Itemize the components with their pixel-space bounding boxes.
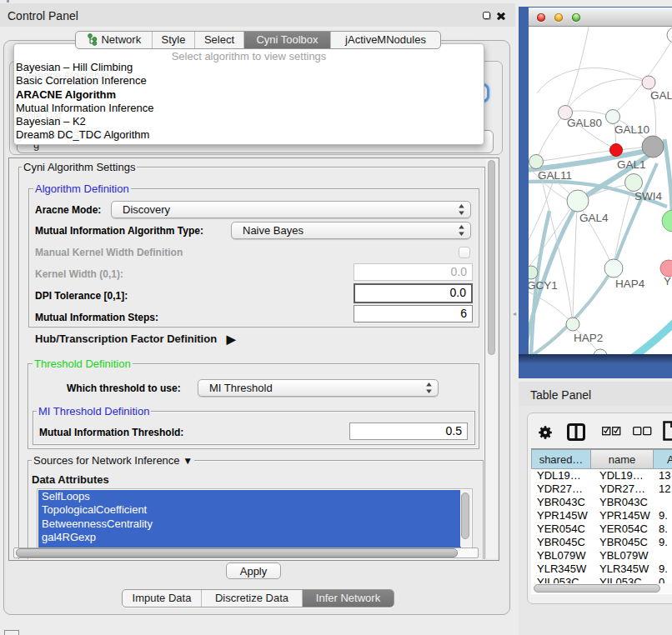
svg-text:GAL11: GAL11 [538, 169, 572, 182]
svg-text:Y: Y [664, 275, 671, 288]
svg-text:GAL2: GAL2 [650, 89, 672, 102]
svg-text:GAL10: GAL10 [614, 123, 649, 136]
svg-text:GAL1: GAL1 [617, 158, 646, 171]
svg-text:GAL4: GAL4 [579, 212, 609, 224]
svg-text:SWI4: SWI4 [634, 190, 662, 202]
svg-text:GAL80: GAL80 [567, 117, 602, 129]
svg-text:HAP4: HAP4 [615, 278, 645, 290]
svg-text:GCY1: GCY1 [529, 279, 558, 292]
svg-text:HAP2: HAP2 [574, 332, 603, 344]
